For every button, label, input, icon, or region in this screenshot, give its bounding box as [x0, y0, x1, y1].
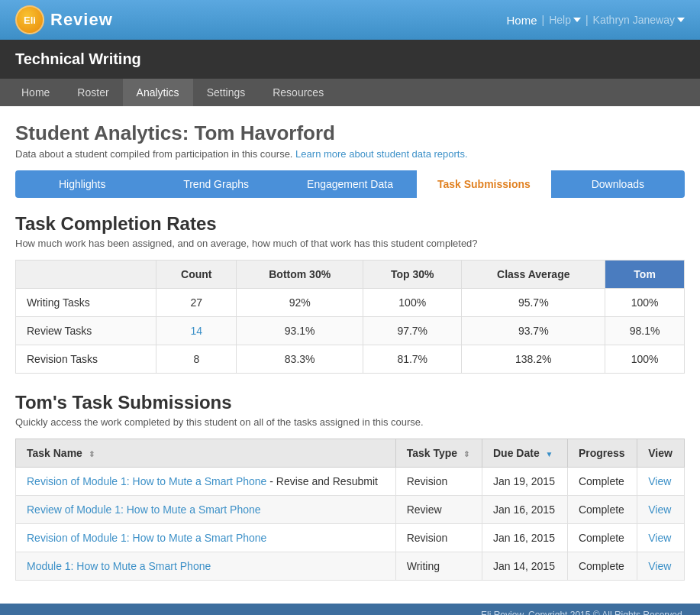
- task-name-suffix-0: - Revise and Resubmit: [266, 475, 378, 487]
- page-subtitle: Data about a student compiled from parti…: [15, 148, 685, 160]
- col-header-classavg: Class Average: [462, 261, 605, 289]
- top-navigation: Eli Review Home | Help | Kathryn Janeway: [0, 0, 700, 40]
- submission-task-type-3: Writing: [395, 552, 482, 581]
- course-header: Technical Writing: [0, 40, 700, 79]
- submission-task-name-2: Revision of Module 1: How to Mute a Smar…: [16, 524, 396, 552]
- task-submissions-subtitle: Quickly access the work completed by thi…: [15, 416, 685, 428]
- footer-text: Eli Review, Copyright 2015 © All Rights …: [481, 610, 685, 615]
- nav-user-menu[interactable]: Kathryn Janeway: [593, 14, 685, 26]
- view-link-1[interactable]: View: [648, 503, 671, 516]
- col-header-top30: Top 30%: [363, 261, 462, 289]
- review-tasks-label: Review Tasks: [16, 317, 156, 345]
- page-title: Student Analytics: Tom Havorford: [15, 121, 685, 145]
- help-label: Help: [549, 14, 571, 26]
- sort-task-type-icon[interactable]: ⇕: [463, 450, 469, 458]
- writing-tasks-classavg: 95.7%: [462, 289, 605, 317]
- top-nav-links: Home | Help | Kathryn Janeway: [507, 14, 685, 27]
- completion-rates-subtitle: How much work has been assigned, and on …: [15, 238, 685, 249]
- course-nav-settings[interactable]: Settings: [193, 79, 260, 106]
- course-nav-resources[interactable]: Resources: [259, 79, 337, 106]
- review-tasks-bottom30: 93.1%: [237, 317, 363, 345]
- submission-task-type-2: Revision: [395, 524, 482, 552]
- review-tasks-top30: 97.7%: [363, 317, 462, 345]
- course-title: Technical Writing: [15, 50, 141, 67]
- submission-due-date-0: Jan 19, 2015: [482, 468, 567, 496]
- submission-task-name-1: Review of Module 1: How to Mute a Smart …: [16, 496, 396, 524]
- writing-tasks-label: Writing Tasks: [16, 289, 156, 317]
- col-due-date: Due Date ▼: [482, 439, 567, 468]
- submission-row: Revision of Module 1: How to Mute a Smar…: [16, 524, 685, 552]
- submission-view-3: View: [637, 552, 685, 581]
- submission-progress-3: Complete: [567, 552, 637, 581]
- task-submissions-title: Tom's Task Submissions: [15, 392, 685, 413]
- logo-icon: Eli: [15, 5, 44, 34]
- course-nav-analytics[interactable]: Analytics: [123, 79, 193, 106]
- tab-trend-graphs[interactable]: Trend Graphs: [149, 170, 282, 198]
- task-name-link-0[interactable]: Revision of Module 1: How to Mute a Smar…: [27, 475, 266, 487]
- sort-task-name-icon[interactable]: ⇕: [89, 450, 95, 458]
- user-dropdown-icon: [677, 18, 685, 22]
- main-content: Student Analytics: Tom Havorford Data ab…: [0, 106, 700, 604]
- completion-rates-table: Count Bottom 30% Top 30% Class Average T…: [15, 260, 685, 374]
- submission-row: Module 1: How to Mute a Smart Phone Writ…: [16, 552, 685, 581]
- submission-task-type-0: Revision: [395, 468, 482, 496]
- logo-area: Eli Review: [15, 5, 113, 34]
- table-row: Review Tasks 14 93.1% 97.7% 93.7% 98.1%: [16, 317, 685, 345]
- submission-due-date-1: Jan 16, 2015: [482, 496, 567, 524]
- view-link-0[interactable]: View: [648, 475, 671, 487]
- review-tasks-count[interactable]: 14: [156, 317, 237, 345]
- table-row: Writing Tasks 27 92% 100% 95.7% 100%: [16, 289, 685, 317]
- revision-tasks-top30: 81.7%: [363, 345, 462, 374]
- submission-progress-0: Complete: [567, 468, 637, 496]
- col-view: View: [637, 439, 685, 468]
- col-progress: Progress: [567, 439, 637, 468]
- submission-due-date-2: Jan 16, 2015: [482, 524, 567, 552]
- view-link-3[interactable]: View: [648, 560, 671, 572]
- revision-tasks-bottom30: 83.3%: [237, 345, 363, 374]
- col-header-tom: Tom: [605, 261, 685, 289]
- tab-downloads[interactable]: Downloads: [551, 170, 685, 198]
- table-row: Revision Tasks 8 83.3% 81.7% 138.2% 100%: [16, 345, 685, 374]
- task-name-link-1[interactable]: Review of Module 1: How to Mute a Smart …: [27, 503, 261, 516]
- submission-view-1: View: [637, 496, 685, 524]
- submission-row: Review of Module 1: How to Mute a Smart …: [16, 496, 685, 524]
- help-dropdown-icon: [573, 18, 581, 22]
- sort-due-date-icon[interactable]: ▼: [546, 450, 553, 458]
- task-name-link-2[interactable]: Revision of Module 1: How to Mute a Smar…: [27, 532, 266, 544]
- writing-tasks-top30: 100%: [363, 289, 462, 317]
- revision-tasks-tom: 100%: [605, 345, 685, 374]
- submission-task-name-3: Module 1: How to Mute a Smart Phone: [16, 552, 396, 581]
- col-header-bottom30: Bottom 30%: [237, 261, 363, 289]
- submission-task-type-1: Review: [395, 496, 482, 524]
- submission-view-0: View: [637, 468, 685, 496]
- writing-tasks-count: 27: [156, 289, 237, 317]
- col-header-task: [16, 261, 156, 289]
- submission-row: Revision of Module 1: How to Mute a Smar…: [16, 468, 685, 496]
- review-tasks-classavg: 93.7%: [462, 317, 605, 345]
- learn-more-link[interactable]: Learn more about student data reports.: [295, 148, 467, 160]
- course-nav-roster[interactable]: Roster: [63, 79, 122, 106]
- tab-highlights[interactable]: Highlights: [15, 170, 149, 198]
- task-name-link-3[interactable]: Module 1: How to Mute a Smart Phone: [27, 560, 211, 572]
- view-link-2[interactable]: View: [648, 532, 671, 544]
- course-nav-home[interactable]: Home: [8, 79, 63, 106]
- writing-tasks-tom: 100%: [605, 289, 685, 317]
- nav-home-link[interactable]: Home: [507, 14, 537, 27]
- logo-initial: Eli: [24, 15, 36, 26]
- review-tasks-tom: 98.1%: [605, 317, 685, 345]
- tab-bar: Highlights Trend Graphs Engagement Data …: [15, 170, 685, 198]
- tab-task-submissions[interactable]: Task Submissions: [417, 170, 550, 198]
- revision-tasks-label: Revision Tasks: [16, 345, 156, 374]
- writing-tasks-bottom30: 92%: [237, 289, 363, 317]
- tab-engagement-data[interactable]: Engagement Data: [283, 170, 417, 198]
- revision-tasks-classavg: 138.2%: [462, 345, 605, 374]
- submission-task-name-0: Revision of Module 1: How to Mute a Smar…: [16, 468, 396, 496]
- col-header-count: Count: [156, 261, 237, 289]
- completion-rates-title: Task Completion Rates: [15, 213, 685, 235]
- submission-progress-1: Complete: [567, 496, 637, 524]
- nav-help-link[interactable]: Help: [549, 14, 581, 26]
- col-task-name: Task Name ⇕: [16, 439, 396, 468]
- revision-tasks-count: 8: [156, 345, 237, 374]
- col-task-type: Task Type ⇕: [395, 439, 482, 468]
- user-name-label: Kathryn Janeway: [593, 14, 675, 26]
